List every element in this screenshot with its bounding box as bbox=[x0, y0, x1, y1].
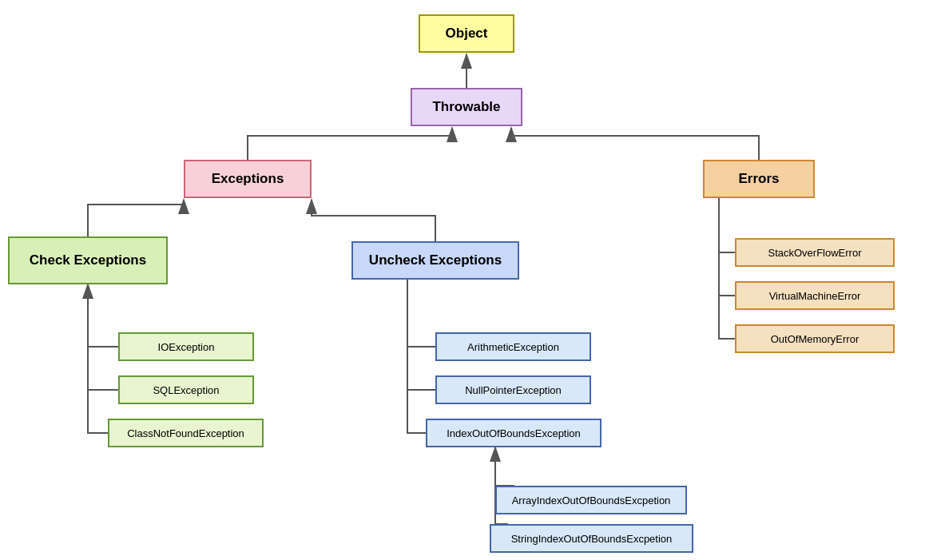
exceptions-node: Exceptions bbox=[184, 160, 312, 198]
sqlexception-label: SQLException bbox=[153, 384, 219, 396]
object-label: Object bbox=[446, 26, 488, 42]
errors-node: Errors bbox=[703, 160, 815, 198]
uncheck-exceptions-label: Uncheck Exceptions bbox=[369, 252, 502, 268]
ioexception-node: IOException bbox=[118, 332, 254, 361]
check-exceptions-label: Check Exceptions bbox=[30, 252, 146, 268]
throwable-node: Throwable bbox=[411, 88, 522, 126]
outofmemory-label: OutOfMemoryError bbox=[771, 333, 860, 345]
virtualmachine-node: VirtualMachineError bbox=[735, 281, 895, 310]
errors-label: Errors bbox=[738, 171, 779, 187]
nullpointer-label: NullPointerException bbox=[465, 384, 562, 396]
classnotfound-label: ClassNotFoundException bbox=[127, 427, 244, 439]
indexout-label: IndexOutOfBoundsException bbox=[447, 427, 581, 439]
nullpointer-node: NullPointerException bbox=[435, 375, 591, 404]
arithmetic-label: ArithmeticException bbox=[467, 341, 559, 353]
stringindex-node: StringIndexOutOfBoundsExcpetion bbox=[490, 524, 693, 553]
diagram: Object Throwable Exceptions Errors Check… bbox=[0, 0, 933, 560]
stringindex-label: StringIndexOutOfBoundsExcpetion bbox=[511, 533, 673, 545]
check-exceptions-node: Check Exceptions bbox=[8, 236, 168, 284]
indexout-node: IndexOutOfBoundsException bbox=[426, 419, 601, 447]
ioexception-label: IOException bbox=[158, 341, 215, 353]
arithmetic-node: ArithmeticException bbox=[435, 332, 591, 361]
virtualmachine-label: VirtualMachineError bbox=[769, 290, 861, 302]
uncheck-exceptions-node: Uncheck Exceptions bbox=[351, 241, 519, 280]
throwable-label: Throwable bbox=[432, 99, 500, 115]
outofmemory-node: OutOfMemoryError bbox=[735, 324, 895, 353]
classnotfound-node: ClassNotFoundException bbox=[108, 419, 264, 447]
sqlexception-node: SQLException bbox=[118, 375, 254, 404]
stackoverflow-node: StackOverFlowError bbox=[735, 238, 895, 267]
exceptions-label: Exceptions bbox=[212, 171, 284, 187]
stackoverflow-label: StackOverFlowError bbox=[768, 247, 861, 259]
object-node: Object bbox=[419, 14, 514, 53]
arrayindex-node: ArrayIndexOutOfBoundsExcpetion bbox=[495, 486, 687, 514]
arrayindex-label: ArrayIndexOutOfBoundsExcpetion bbox=[512, 494, 671, 506]
